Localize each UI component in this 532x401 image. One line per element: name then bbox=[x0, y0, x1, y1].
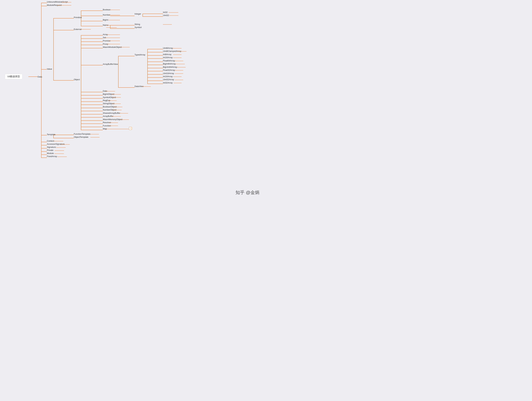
biguint64-array-node: BigUint64Array bbox=[163, 66, 177, 68]
object-node: Object bbox=[74, 78, 80, 81]
uint32-node: Uint32 bbox=[163, 14, 169, 17]
int16-array2-node: Int16Array bbox=[163, 75, 173, 78]
array-buffer-node: ArrayBuffer bbox=[103, 115, 114, 117]
number-node: Number bbox=[103, 14, 110, 16]
object-template-node: ObjectTemplate bbox=[74, 136, 88, 138]
map-node: Map bbox=[103, 127, 107, 130]
module-request-node: ModuleRequest bbox=[47, 4, 62, 6]
leaf-lines-svg bbox=[0, 0, 266, 201]
primitive-node: Primitive bbox=[74, 16, 82, 19]
array-node: Array bbox=[103, 33, 108, 36]
string-node: String bbox=[134, 23, 140, 25]
private-node: Private bbox=[47, 149, 53, 151]
bigint-object-node: BigIntObject bbox=[103, 93, 114, 95]
name-node: Name bbox=[103, 24, 108, 26]
bigint64-array-node: BigInt64Array bbox=[163, 63, 176, 65]
promise-node: Promise bbox=[103, 39, 111, 42]
wasm-module-object-node: WasmModuleObject bbox=[103, 46, 122, 48]
date-node: Date bbox=[103, 90, 107, 92]
int8-array-node: Int8Array bbox=[163, 53, 171, 56]
int32-node: Int32 bbox=[163, 11, 168, 13]
mind-map-canvas: .link { fill: none; stroke: #e8823a; str… bbox=[0, 0, 266, 201]
set-node: Set bbox=[103, 36, 106, 39]
root-node: V8数据类型 bbox=[5, 74, 22, 79]
proxy-node: Proxy bbox=[103, 43, 108, 45]
typed-array-node: TypedArray bbox=[134, 53, 145, 56]
uint32-array-node: Uint32Array bbox=[163, 78, 174, 81]
float64-array-node: Float64Array bbox=[163, 59, 175, 62]
uint16-array-node: Uint16Array bbox=[163, 72, 174, 75]
uint8-array-node: Uint8Array bbox=[163, 47, 173, 49]
signature-node: Signature bbox=[47, 146, 56, 148]
boolean-node: Boolean bbox=[103, 8, 111, 11]
accessor-signature-node: AccessorSignature bbox=[47, 143, 64, 145]
int16-array-node: Int16Array bbox=[163, 56, 173, 59]
watermark: 知乎 @金炳 bbox=[235, 190, 260, 196]
bigint-node: BigInt bbox=[103, 19, 108, 21]
int32-array-node: Int32Array bbox=[163, 82, 173, 84]
symbol-object-node: SymbolObject bbox=[103, 96, 116, 99]
number-object-node: NumberObject bbox=[103, 108, 116, 111]
context-node: Context bbox=[47, 140, 54, 142]
function-node: Function bbox=[103, 124, 111, 127]
wasm-memory-object-node: WasmMemoryObject bbox=[103, 118, 122, 121]
connections-svg: .link { fill: none; stroke: #e8823a; str… bbox=[0, 0, 266, 201]
value-node: Value bbox=[47, 68, 52, 70]
string-object-node: StringObject bbox=[103, 102, 114, 105]
regexp-node: RegExp bbox=[103, 99, 110, 102]
boolean-object-node: BooleanObject bbox=[103, 106, 117, 108]
symbol-node: Symbol bbox=[134, 26, 141, 29]
array-buffer-view-node: ArrayBufferView bbox=[103, 63, 118, 65]
shared-array-buffer-node: SharedArrayBuffer bbox=[103, 112, 120, 114]
unbound-module-script-node: UnboundModuleScript bbox=[47, 1, 68, 3]
expand-button[interactable]: + bbox=[129, 127, 132, 130]
data-node: Data bbox=[38, 76, 42, 78]
function-template-node: FunctionTemplate bbox=[74, 133, 90, 135]
integer-node: Integer bbox=[134, 13, 141, 15]
data-view-node: DataView bbox=[134, 85, 143, 88]
float32-array-node: Float32Array bbox=[163, 69, 175, 71]
fixed-array-node: FixedArray bbox=[47, 155, 57, 158]
external-node: External bbox=[74, 28, 82, 31]
module-node: Module bbox=[47, 152, 54, 154]
uint8-clamped-array-node: Uint8ClampedArray bbox=[163, 50, 181, 52]
template-node: Template bbox=[47, 133, 56, 136]
resolver-node: Resolver bbox=[103, 121, 111, 124]
